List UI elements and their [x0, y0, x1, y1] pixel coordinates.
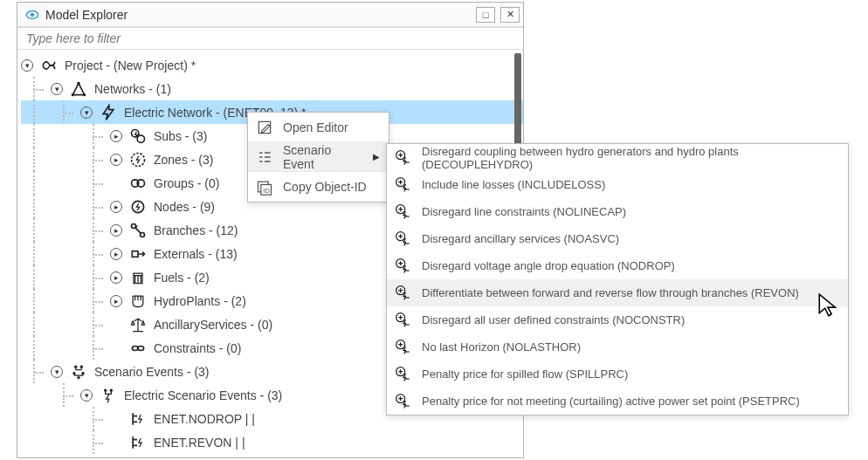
ctx-label: Penalty price for not meeting (curtailin…	[422, 395, 800, 408]
plus-bolt-icon	[394, 175, 413, 195]
expand-icon[interactable]: ▸	[110, 201, 122, 213]
tree-node-event-revon[interactable]: ENET.REVON | |	[21, 430, 523, 454]
filter-bar	[17, 27, 523, 50]
ctx-label: Include line losses (INCLUDELOSS)	[422, 178, 605, 191]
expand-icon[interactable]: ▾	[51, 83, 63, 95]
tree-node-networks[interactable]: ▾ Networks - (1)	[21, 77, 523, 100]
plus-bolt-icon	[394, 148, 413, 168]
scenario-icon	[68, 363, 89, 381]
fuels-icon	[127, 269, 148, 286]
nodes-icon	[127, 198, 148, 216]
copy-id-icon	[255, 177, 274, 196]
window-title: Model Explorer	[45, 8, 471, 22]
ctx-label: Disregard all user defined constraints (…	[422, 313, 685, 326]
ctx-label: Disregard ancillary services (NOASVC)	[422, 232, 619, 245]
infinity-icon	[38, 57, 59, 74]
expand-icon[interactable]: ▾	[21, 59, 33, 72]
chain-icon	[127, 340, 148, 357]
ctx-label: Penalty price for spilled flow (SPILLPRC…	[422, 367, 628, 381]
expand-placeholder	[110, 342, 122, 354]
expand-icon[interactable]: ▸	[110, 295, 122, 307]
plus-bolt-icon	[394, 311, 413, 330]
ctx-label: Differentiate between forward and revers…	[422, 286, 799, 299]
expand-icon[interactable]: ▸	[110, 154, 122, 166]
scale-icon	[127, 316, 148, 333]
scenario-bolt-icon	[98, 387, 119, 404]
hydro-icon	[127, 292, 148, 310]
groups-icon	[127, 175, 148, 192]
ctx-scenario-option[interactable]: Differentiate between forward and revers…	[387, 279, 848, 306]
expand-placeholder	[110, 177, 122, 189]
plus-bolt-icon	[394, 230, 413, 249]
context-menu: Open Editor Scenario Event ▶ Copy Object…	[247, 112, 389, 203]
event-icon	[127, 434, 148, 451]
context-submenu: Disregard coupling between hydro generat…	[386, 143, 849, 415]
close-button[interactable]: ✕	[500, 7, 520, 23]
ctx-label: No last Horizon (NOLASTHOR)	[422, 340, 581, 354]
plus-bolt-icon	[394, 257, 413, 276]
ctx-scenario-option[interactable]: Disregard voltage angle drop equation (N…	[387, 252, 848, 279]
ctx-scenario-event[interactable]: Scenario Event ▶	[248, 142, 389, 172]
plus-bolt-icon	[394, 203, 413, 222]
ctx-scenario-option[interactable]: Disregard coupling between hydro generat…	[387, 144, 848, 171]
list-icon	[255, 148, 274, 167]
ctx-label: Disregard coupling between hydro generat…	[422, 145, 839, 171]
expand-icon[interactable]: ▸	[110, 271, 122, 284]
plus-bolt-icon	[394, 392, 413, 411]
expand-placeholder	[110, 413, 122, 425]
ctx-label: Copy Object-ID	[283, 180, 367, 194]
ctx-copy-id[interactable]: Copy Object-ID	[248, 172, 389, 202]
ctx-scenario-option[interactable]: Penalty price for not meeting (curtailin…	[387, 388, 848, 415]
tree-node-project[interactable]: ▾ Project - (New Project) *	[21, 53, 523, 77]
ctx-scenario-option[interactable]: Penalty price for spilled flow (SPILLPRC…	[387, 360, 848, 388]
ctx-scenario-option[interactable]: Disregard ancillary services (NOASVC)	[387, 225, 848, 252]
subs-icon	[127, 127, 148, 145]
expand-placeholder	[110, 436, 122, 449]
branches-icon	[127, 222, 148, 239]
ctx-label: Open Editor	[283, 120, 348, 134]
ctx-scenario-option[interactable]: No last Horizon (NOLASTHOR)	[387, 333, 848, 360]
ctx-open-editor[interactable]: Open Editor	[248, 113, 389, 142]
minimize-button[interactable]: □	[476, 7, 495, 23]
bolt-icon	[98, 104, 119, 121]
ctx-label: Disregard voltage angle drop equation (N…	[422, 259, 675, 272]
event-icon	[127, 410, 148, 428]
plus-bolt-icon	[394, 338, 413, 357]
ctx-label: Scenario Event	[283, 143, 364, 171]
expand-icon[interactable]: ▾	[80, 106, 93, 119]
expand-icon[interactable]: ▸	[110, 224, 122, 237]
filter-input[interactable]	[17, 28, 523, 49]
externals-icon	[127, 245, 148, 263]
zones-icon	[127, 151, 148, 168]
edit-icon	[255, 118, 274, 137]
ctx-label: Disregard line constraints (NOLINECAP)	[422, 205, 626, 218]
ctx-scenario-option[interactable]: Disregard all user defined constraints (…	[387, 306, 848, 333]
plus-bolt-icon	[394, 365, 413, 384]
ctx-scenario-option[interactable]: Include line losses (INCLUDELOSS)	[387, 171, 848, 198]
ctx-scenario-option[interactable]: Disregard line constraints (NOLINECAP)	[387, 198, 848, 225]
network-icon	[68, 80, 89, 98]
submenu-arrow-icon: ▶	[373, 152, 380, 161]
plus-bolt-icon	[394, 284, 413, 303]
app-icon	[24, 7, 40, 23]
expand-icon[interactable]: ▾	[51, 366, 63, 378]
expand-icon[interactable]: ▸	[110, 130, 122, 142]
titlebar[interactable]: Model Explorer □ ✕	[17, 3, 523, 27]
expand-icon[interactable]: ▾	[80, 389, 93, 402]
expand-placeholder	[110, 319, 122, 331]
expand-icon[interactable]: ▸	[110, 248, 122, 260]
